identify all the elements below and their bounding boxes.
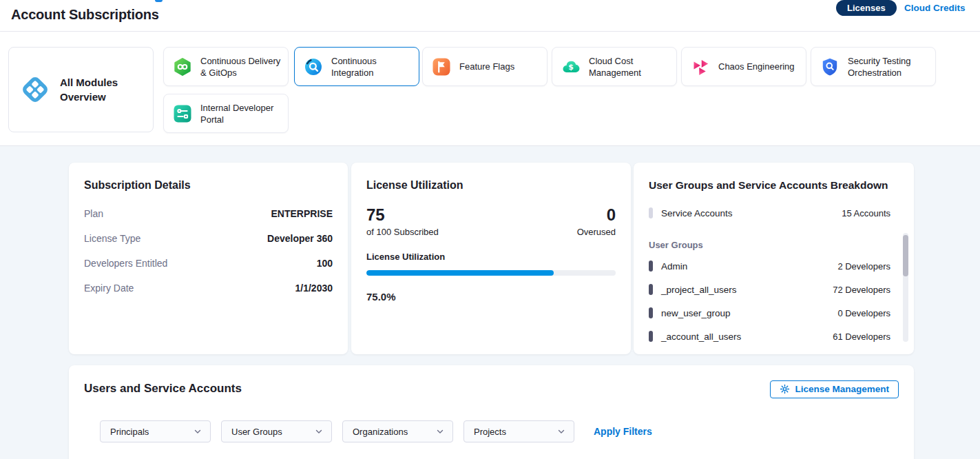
cd-gitops-icon — [173, 57, 192, 76]
license-management-label: License Management — [795, 384, 889, 394]
group-count: 2 Developers — [837, 261, 890, 272]
row-label: License Type — [84, 233, 140, 244]
apply-filters-link[interactable]: Apply Filters — [594, 426, 652, 437]
principals-dropdown[interactable]: Principals — [100, 420, 211, 442]
all-modules-overview-label: All Modules Overview — [60, 75, 123, 104]
module-label: Cloud Cost Management — [589, 55, 676, 79]
group-name: _project_all_users — [661, 285, 737, 295]
list-item: _project_all_users 72 Developers — [649, 278, 899, 301]
group-count: 61 Developers — [833, 332, 890, 342]
tab-cloud-credits[interactable]: Cloud Credits — [904, 3, 966, 13]
content-area: Subscription Details Plan ENTERPRISE Lic… — [0, 146, 980, 459]
chevron-down-icon — [436, 427, 444, 436]
list-item: _account_all_users 61 Developers — [649, 325, 899, 348]
feature-flags-icon — [432, 57, 451, 76]
scrollbar[interactable] — [903, 233, 908, 342]
user-groups-dropdown[interactable]: User Groups — [221, 420, 332, 442]
continuous-integration-icon — [304, 57, 323, 76]
table-row: Expiry Date 1/1/2030 — [84, 276, 333, 300]
organizations-dropdown[interactable]: Organizations — [342, 420, 453, 442]
dropdown-label: Projects — [474, 427, 506, 437]
group-marker — [649, 284, 653, 295]
module-card-cloud-cost[interactable]: $ Cloud Cost Management — [552, 47, 677, 86]
module-card-security-testing[interactable]: Security Testing Orchestration — [811, 47, 936, 86]
table-row: Plan ENTERPRISE — [84, 201, 333, 226]
group-name: Admin — [661, 261, 687, 272]
subscribed-caption: of 100 Subscribed — [366, 227, 439, 237]
chevron-down-icon — [315, 427, 323, 436]
user-groups-section-label: User Groups — [649, 240, 899, 250]
utilization-percent: 75.0% — [366, 291, 616, 303]
utilization-bar-fill — [366, 270, 554, 276]
dropdown-label: Principals — [110, 427, 149, 437]
list-item: new_user_group 0 Developers — [649, 301, 899, 325]
row-value: 100 — [317, 258, 333, 269]
dropdown-label: User Groups — [231, 427, 282, 437]
all-modules-overview-card[interactable]: All Modules Overview — [8, 47, 154, 132]
projects-dropdown[interactable]: Projects — [463, 420, 574, 442]
table-row: License Type Developer 360 — [84, 226, 333, 251]
license-management-button[interactable]: License Management — [770, 380, 899, 398]
utilization-bar-label: License Utilization — [366, 252, 616, 262]
internal-developer-portal-icon — [173, 104, 192, 123]
group-count: 0 Developers — [837, 308, 890, 318]
overused-stat: 0 Overused — [577, 205, 616, 237]
overused-count: 0 — [577, 205, 616, 225]
modules-bar: All Modules Overview Continuous Delivery… — [0, 32, 980, 146]
security-testing-icon — [820, 57, 840, 76]
group-marker — [649, 331, 653, 342]
table-row: Developers Entitled 100 — [84, 251, 333, 276]
utilization-bar-track — [366, 270, 616, 276]
module-label: Security Testing Orchestration — [848, 55, 935, 79]
svg-text:$: $ — [568, 63, 574, 72]
module-card-cd-gitops[interactable]: Continuous Delivery & GitOps — [163, 47, 289, 86]
service-accounts-row: Service Accounts 15 Accounts — [649, 201, 899, 225]
page-header: Account Subscriptions Licenses Cloud Cre… — [0, 0, 980, 32]
tab-licenses[interactable]: Licenses — [836, 0, 897, 16]
utilization-stats: 75 of 100 Subscribed 0 Overused — [366, 205, 616, 237]
module-card-feature-flags[interactable]: Feature Flags — [422, 47, 548, 86]
clipped-blue-icon-fragment — [155, 0, 163, 2]
group-name: new_user_group — [661, 308, 731, 318]
module-label: Continuous Delivery & GitOps — [200, 55, 288, 79]
module-label: Continuous Integration — [331, 55, 419, 79]
subscription-details-title: Subscription Details — [84, 179, 333, 192]
chevron-down-icon — [557, 427, 565, 436]
row-label: Expiry Date — [84, 283, 134, 294]
subscribed-stat: 75 of 100 Subscribed — [366, 205, 439, 237]
cloud-cost-icon: $ — [561, 57, 581, 76]
license-utilization-card: License Utilization 75 of 100 Subscribed… — [351, 163, 631, 354]
group-marker — [649, 261, 653, 272]
subscription-details-card: Subscription Details Plan ENTERPRISE Lic… — [69, 163, 348, 354]
group-count: 72 Developers — [833, 285, 890, 295]
service-accounts-marker — [649, 207, 653, 218]
chevron-down-icon — [194, 427, 202, 436]
module-label: Chaos Engineering — [718, 61, 800, 72]
all-modules-icon — [20, 74, 50, 105]
row-label: Plan — [84, 208, 103, 219]
user-groups-list: Admin 2 Developers _project_all_users 72… — [649, 254, 899, 348]
scrollbar-thumb[interactable] — [903, 235, 908, 276]
row-value: 15 Accounts — [842, 208, 890, 218]
filters-row: Principals User Groups Organizations Pro… — [100, 420, 652, 442]
row-label: Service Accounts — [661, 208, 733, 218]
page-title: Account Subscriptions — [11, 7, 159, 23]
breakdown-title: User Groups and Service Accounts Breakdo… — [649, 179, 899, 192]
row-label: Developers Entitled — [84, 258, 167, 269]
overused-caption: Overused — [577, 227, 616, 237]
row-value: 1/1/2030 — [295, 283, 333, 294]
gear-icon — [780, 384, 790, 394]
breakdown-card: User Groups and Service Accounts Breakdo… — [634, 163, 914, 354]
subscription-details-rows: Plan ENTERPRISE License Type Developer 3… — [84, 201, 333, 300]
row-value: ENTERPRISE — [271, 208, 333, 219]
subscribed-count: 75 — [366, 205, 439, 225]
module-card-internal-developer-portal[interactable]: Internal Developer Portal — [163, 94, 289, 133]
module-card-chaos-engineering[interactable]: Chaos Engineering — [681, 47, 806, 86]
module-label: Internal Developer Portal — [200, 102, 288, 125]
users-service-accounts-card: Users and Service Accounts License Manag… — [69, 365, 914, 459]
module-card-continuous-integration[interactable]: Continuous Integration — [294, 47, 419, 86]
group-marker — [649, 307, 653, 318]
chaos-engineering-icon — [691, 57, 710, 76]
dropdown-label: Organizations — [353, 427, 408, 437]
list-item: Admin 2 Developers — [649, 254, 899, 278]
